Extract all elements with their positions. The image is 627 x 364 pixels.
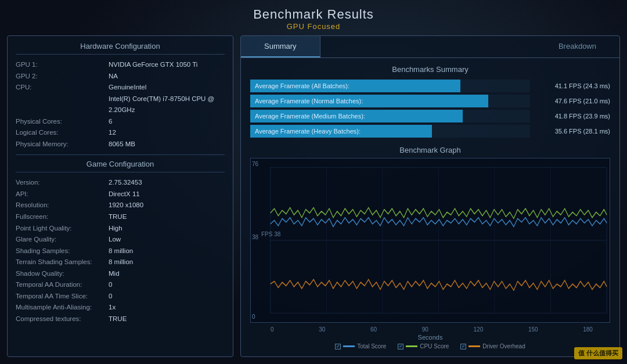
game-row-point-light: Point Light Quality: High	[16, 223, 225, 235]
tab-breakdown[interactable]: Breakdown	[535, 36, 619, 57]
bench-value-heavy: 35.6 FPS (28.1 ms)	[535, 128, 610, 135]
bench-bar-medium-container: Average Framerate (Medium Batches):	[250, 110, 530, 122]
game-row-fullscreen: Fullscreen: TRUE	[16, 211, 225, 223]
legend: ✓ Total Score ✓ CPU Score	[250, 343, 610, 349]
game-row-shading: Shading Samples: 8 million	[16, 246, 225, 257]
x-tick-30: 30	[319, 326, 325, 333]
game-row-glare: Glare Quality: Low	[16, 234, 225, 246]
bench-bar-medium: Average Framerate (Medium Batches):	[250, 110, 463, 122]
bench-row-heavy: Average Framerate (Heavy Batches): 35.6 …	[250, 125, 610, 138]
bench-bar-normal: Average Framerate (Normal Batches):	[250, 95, 488, 107]
y-label-38: 38	[252, 234, 258, 240]
y-label-0: 0	[252, 313, 255, 320]
x-tick-120: 120	[474, 326, 484, 333]
tab-summary[interactable]: Summary	[241, 36, 320, 57]
bench-value-normal: 47.6 FPS (21.0 ms)	[535, 98, 610, 104]
legend-checkbox-driver[interactable]: ✓	[460, 344, 466, 349]
bench-bar-heavy-container: Average Framerate (Heavy Batches):	[250, 125, 530, 138]
benchmarks-title: Benchmarks Summary	[250, 65, 610, 74]
legend-line-cpu	[406, 345, 417, 347]
summary-content: Benchmarks Summary Average Framerate (Al…	[241, 58, 619, 356]
tab-bar: Summary Breakdown	[241, 36, 619, 58]
hw-row-gpu2: GPU 2: NA	[16, 71, 225, 82]
game-row-temporal-aa-dur: Temporal AA Duration: 0	[16, 279, 225, 291]
graph-section: Benchmark Graph 76 38 0 FPS 38	[250, 146, 610, 349]
legend-line-total	[343, 345, 355, 347]
left-panel: Hardware Configuration GPU 1: NVIDIA GeF…	[7, 35, 233, 357]
page-subtitle: GPU Focused	[0, 22, 627, 31]
legend-label-driver: Driver Overhead	[482, 343, 525, 349]
benchmark-graph-svg	[251, 158, 610, 322]
fps-axis-label: FPS 38	[261, 230, 280, 237]
bench-bar-heavy: Average Framerate (Heavy Batches):	[250, 125, 432, 138]
graph-title: Benchmark Graph	[250, 146, 610, 154]
right-panel: Summary Breakdown Benchmarks Summary Ave…	[240, 35, 620, 357]
legend-label-total: Total Score	[357, 343, 386, 349]
legend-checkbox-cpu[interactable]: ✓	[398, 344, 403, 349]
legend-line-driver	[469, 345, 480, 347]
hardware-section-title: Hardware Configuration	[16, 42, 225, 55]
game-row-msaa: Multisample Anti-Aliasing: 1x	[16, 302, 225, 313]
game-row-compressed: Compressed textures: TRUE	[16, 313, 225, 325]
game-section-title: Game Configuration	[16, 160, 225, 172]
hw-row-cpu: CPU: GenuineIntel	[16, 82, 225, 93]
x-axis: 0 30 60 90 120 150 180	[250, 325, 610, 333]
legend-checkbox-total[interactable]: ✓	[335, 344, 341, 349]
x-tick-150: 150	[528, 326, 538, 333]
benchmark-bars: Average Framerate (All Batches): 41.1 FP…	[250, 80, 610, 138]
page-header: Benchmark Results GPU Focused	[0, 0, 627, 35]
hw-row-log-cores: Logical Cores: 12	[16, 127, 225, 139]
legend-cpu-score: ✓ CPU Score	[398, 343, 449, 349]
bench-label-heavy: Average Framerate (Heavy Batches):	[255, 128, 361, 135]
game-row-version: Version: 2.75.32453	[16, 177, 225, 189]
main-content: Hardware Configuration GPU 1: NVIDIA GeF…	[0, 35, 627, 364]
page-title: Benchmark Results	[0, 7, 627, 22]
game-row-terrain-shading: Terrain Shading Samples: 8 million	[16, 257, 225, 268]
graph-wrapper: 76 38 0 FPS 38	[250, 158, 610, 323]
game-row-shadow: Shadow Quality: Mid	[16, 268, 225, 280]
legend-driver-overhead: ✓ Driver Overhead	[460, 343, 525, 349]
game-row-temporal-aa-ts: Temporal AA Time Slice: 0	[16, 291, 225, 302]
x-tick-180: 180	[583, 326, 593, 333]
bench-bar-all-container: Average Framerate (All Batches):	[250, 80, 530, 92]
bench-row-medium: Average Framerate (Medium Batches): 41.8…	[250, 110, 610, 122]
legend-total-score: ✓ Total Score	[335, 343, 386, 349]
bench-value-medium: 41.8 FPS (23.9 ms)	[535, 113, 610, 120]
bench-label-normal: Average Framerate (Normal Batches):	[255, 98, 363, 104]
bench-value-all: 41.1 FPS (24.3 ms)	[535, 82, 610, 89]
bench-bar-all: Average Framerate (All Batches):	[250, 80, 460, 92]
bench-row-normal: Average Framerate (Normal Batches): 47.6…	[250, 95, 610, 107]
legend-label-cpu: CPU Score	[420, 343, 449, 349]
hw-row-gpu1: GPU 1: NVIDIA GeForce GTX 1050 Ti	[16, 59, 225, 71]
game-row-resolution: Resolution: 1920 x1080	[16, 200, 225, 211]
x-tick-0: 0	[271, 326, 274, 333]
hw-row-cpu-model: Intel(R) Core(TM) i7-8750H CPU @ 2.20GHz	[16, 93, 225, 116]
game-row-api: API: DirectX 11	[16, 189, 225, 200]
watermark: 值 什么值得买	[574, 347, 622, 359]
bench-label-medium: Average Framerate (Medium Batches):	[255, 113, 365, 120]
x-tick-90: 90	[422, 326, 428, 333]
hw-row-memory: Physical Memory: 8065 MB	[16, 139, 225, 150]
hw-row-phys-cores: Physical Cores: 6	[16, 116, 225, 128]
y-label-76: 76	[252, 161, 258, 167]
x-axis-label: Seconds	[250, 334, 610, 341]
x-tick-60: 60	[370, 326, 377, 333]
bench-row-all: Average Framerate (All Batches): 41.1 FP…	[250, 80, 610, 92]
bench-label-all: Average Framerate (All Batches):	[255, 82, 349, 89]
bench-bar-normal-container: Average Framerate (Normal Batches):	[250, 95, 530, 107]
